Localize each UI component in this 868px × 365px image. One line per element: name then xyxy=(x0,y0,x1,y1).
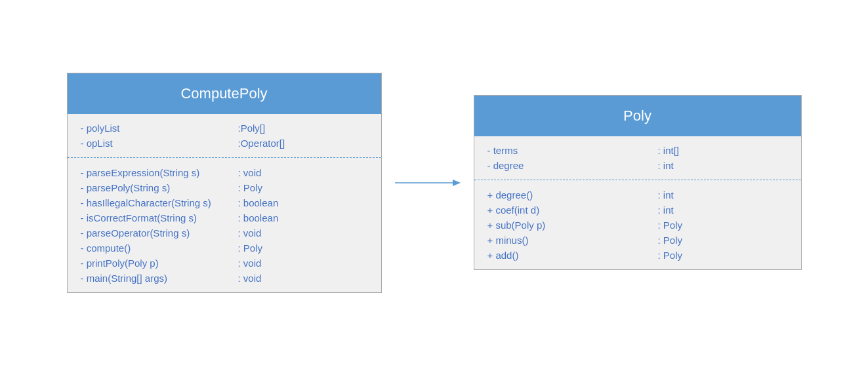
list-item: + sub(Poly p): Poly xyxy=(487,218,788,233)
method-type-0: : void xyxy=(238,167,262,178)
list-item: - isCorrectFormat(String s): boolean xyxy=(81,210,368,225)
method-type-5: : Poly xyxy=(238,242,263,254)
computepoly-methods: - parseExpression(String s): void - pars… xyxy=(68,159,381,292)
computepoly-title: ComputePoly xyxy=(68,73,381,114)
poly-method-type-2: : Poly xyxy=(658,220,683,231)
attr-label-0: - polyList xyxy=(81,123,238,134)
poly-method-label-0: + degree() xyxy=(487,189,658,201)
list-item: - compute(): Poly xyxy=(81,240,368,256)
method-label-5: - compute() xyxy=(81,242,238,254)
poly-method-label-2: + sub(Poly p) xyxy=(487,220,658,231)
method-type-3: : boolean xyxy=(238,212,279,223)
method-label-2: - hasIllegalCharacter(String s) xyxy=(81,197,238,208)
poly-attr-label-0: - terms xyxy=(487,145,658,156)
poly-attr-type-1: : int xyxy=(658,160,674,171)
list-item: - parseOperator(String s): void xyxy=(81,225,368,240)
list-item: - hasIllegalCharacter(String s): boolean xyxy=(81,195,368,210)
arrow-svg xyxy=(395,176,461,189)
method-label-7: - main(String[] args) xyxy=(81,273,238,284)
attr-type-0: :Poly[] xyxy=(238,123,266,134)
poly-method-label-4: + add() xyxy=(487,250,658,261)
list-item: - printPoly(Poly p): void xyxy=(81,256,368,271)
poly-method-type-1: : int xyxy=(658,204,674,216)
list-item: + coef(int d): int xyxy=(487,202,788,218)
list-item: + degree(): int xyxy=(487,187,788,202)
poly-box: Poly - terms: int[] - degree: int + degr… xyxy=(474,95,802,270)
list-item: - degree: int xyxy=(487,158,788,173)
list-item: - parseExpression(String s): void xyxy=(81,165,368,180)
diagram-container: ComputePoly - polyList:Poly[] - opList:O… xyxy=(67,73,802,293)
attr-type-1: :Operator[] xyxy=(238,138,285,149)
method-label-4: - parseOperator(String s) xyxy=(81,227,238,239)
poly-title: Poly xyxy=(474,96,801,136)
list-item: + add(): Poly xyxy=(487,248,788,263)
poly-method-type-0: : int xyxy=(658,189,674,201)
method-label-1: - parsePoly(String s) xyxy=(81,182,238,193)
method-type-7: : void xyxy=(238,273,262,284)
poly-method-type-4: : Poly xyxy=(658,250,683,261)
method-label-6: - printPoly(Poly p) xyxy=(81,258,238,269)
poly-method-type-3: : Poly xyxy=(658,235,683,246)
method-type-4: : void xyxy=(238,227,262,239)
computepoly-box: ComputePoly - polyList:Poly[] - opList:O… xyxy=(67,73,382,293)
poly-attr-type-0: : int[] xyxy=(658,145,680,156)
method-type-6: : void xyxy=(238,258,262,269)
list-item: - opList:Operator[] xyxy=(81,136,368,151)
attr-label-1: - opList xyxy=(81,138,238,149)
list-item: - terms: int[] xyxy=(487,143,788,158)
computepoly-attributes: - polyList:Poly[] - opList:Operator[] xyxy=(68,114,381,157)
svg-marker-1 xyxy=(453,180,461,186)
association-arrow xyxy=(382,176,474,189)
poly-methods: + degree(): int + coef(int d): int + sub… xyxy=(474,181,801,269)
method-type-2: : boolean xyxy=(238,197,279,208)
method-label-0: - parseExpression(String s) xyxy=(81,167,238,178)
list-item: - main(String[] args): void xyxy=(81,271,368,286)
method-type-1: : Poly xyxy=(238,182,263,193)
list-item: + minus(): Poly xyxy=(487,233,788,248)
list-item: - parsePoly(String s): Poly xyxy=(81,180,368,195)
list-item: - polyList:Poly[] xyxy=(81,121,368,136)
poly-method-label-3: + minus() xyxy=(487,235,658,246)
poly-method-label-1: + coef(int d) xyxy=(487,204,658,216)
poly-attributes: - terms: int[] - degree: int xyxy=(474,136,801,180)
poly-attr-label-1: - degree xyxy=(487,160,658,171)
method-label-3: - isCorrectFormat(String s) xyxy=(81,212,238,223)
